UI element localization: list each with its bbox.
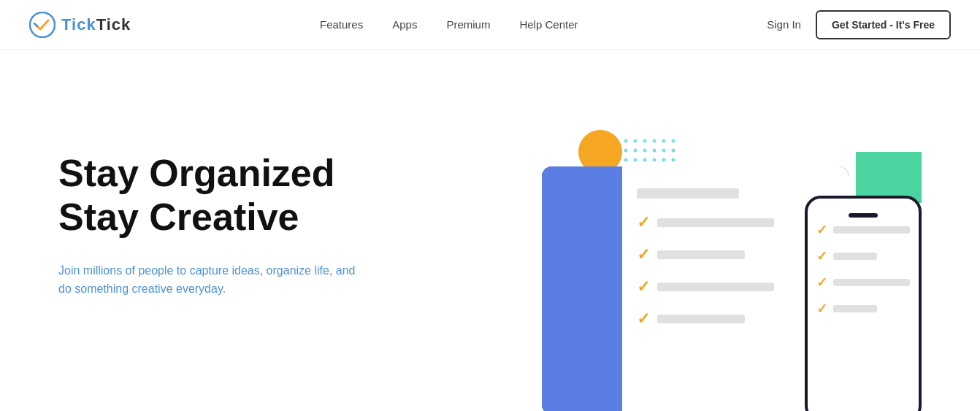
svg-point-12: [672, 149, 675, 153]
row-bar-1: [657, 218, 774, 227]
row-bar-4: [657, 315, 745, 323]
svg-point-11: [662, 149, 666, 153]
svg-point-9: [643, 149, 647, 153]
nav-link-premium[interactable]: Premium: [446, 18, 490, 31]
logo-text: TickTick: [61, 15, 131, 34]
svg-point-10: [653, 149, 656, 153]
row-bar-3: [657, 283, 774, 291]
get-started-button[interactable]: Get Started - It's Free: [816, 10, 951, 39]
svg-point-6: [672, 139, 675, 143]
svg-point-5: [662, 139, 666, 143]
hero-illustration: ✓ ✓ ✓ ✓ ✓: [498, 108, 922, 411]
sign-in-link[interactable]: Sign In: [767, 18, 801, 31]
nav-right: Sign In Get Started - It's Free: [767, 10, 951, 39]
svg-point-16: [653, 158, 656, 162]
nav-link-features[interactable]: Features: [320, 18, 363, 31]
hero-left: Stay Organized Stay Creative Join millio…: [58, 108, 365, 299]
navbar: TickTick Features Apps Premium Help Cent…: [0, 0, 980, 50]
check-icon-2: ✓: [637, 247, 650, 263]
phone-device: ✓ ✓ ✓ ✓: [805, 196, 922, 411]
logo-icon: [29, 12, 55, 38]
check-icon-4: ✓: [637, 311, 650, 327]
phone-bar-3: [833, 279, 910, 286]
svg-point-2: [634, 139, 638, 143]
phone-check-2: ✓: [816, 250, 827, 263]
phone-check-1: ✓: [816, 223, 827, 237]
hero-headline: Stay Organized Stay Creative: [58, 152, 365, 239]
svg-point-0: [30, 12, 55, 37]
phone-bar-1: [833, 226, 910, 234]
check-icon-3: ✓: [637, 279, 650, 295]
phone-check-4: ✓: [816, 302, 827, 315]
phone-row-4: ✓: [816, 302, 910, 315]
nav-link-help-center[interactable]: Help Center: [519, 18, 578, 31]
svg-point-13: [624, 158, 628, 162]
svg-point-1: [624, 139, 628, 143]
phone-check-3: ✓: [816, 276, 827, 289]
headline-line1: Stay Organized: [58, 152, 335, 194]
svg-point-4: [653, 139, 656, 143]
phone-bar-4: [833, 305, 877, 312]
headline-line2: Stay Creative: [58, 196, 299, 238]
check-icon-1: ✓: [637, 215, 650, 231]
phone-row-3: ✓: [816, 276, 910, 289]
svg-point-17: [662, 158, 666, 162]
nav-links: Features Apps Premium Help Center: [320, 18, 578, 31]
tablet-sidebar: [542, 166, 622, 411]
nav-link-apps[interactable]: Apps: [392, 18, 417, 31]
hero-subtext: Join millions of people to capture ideas…: [58, 261, 365, 299]
phone-row-1: ✓: [816, 223, 910, 237]
svg-point-18: [672, 158, 675, 162]
logo[interactable]: TickTick: [29, 12, 131, 38]
phone-notch: [849, 213, 878, 218]
svg-point-7: [624, 149, 628, 153]
phone-row-2: ✓: [816, 250, 910, 263]
tablet-header-bar: [637, 188, 739, 199]
svg-point-15: [643, 158, 647, 162]
row-bar-2: [657, 250, 745, 259]
svg-point-8: [634, 149, 638, 153]
svg-point-14: [634, 158, 638, 162]
hero-section: Stay Organized Stay Creative Join millio…: [0, 50, 980, 411]
svg-point-3: [643, 139, 647, 143]
phone-bar-2: [833, 253, 877, 260]
tablet-device: ✓ ✓ ✓ ✓: [542, 166, 849, 411]
